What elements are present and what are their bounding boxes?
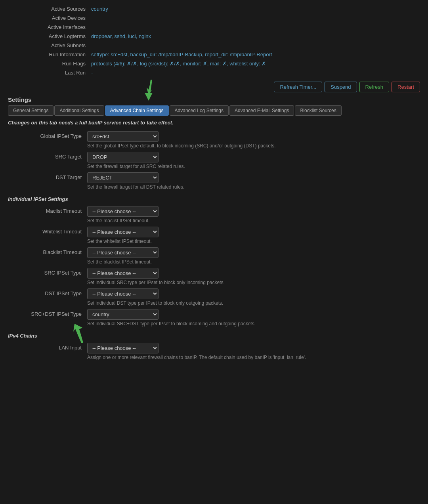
run-flags-row: Run Flags protocols (4/6): ✗/✗, log (src… (9, 59, 419, 68)
blacklist-timeout-select[interactable]: -- Please choose -- (87, 247, 159, 258)
src-ipset-type-select[interactable]: -- Please choose -- (87, 268, 159, 279)
srcdst-ipset-type-row: SRC+DST IPSet Type country Set individua… (8, 309, 420, 326)
active-interfaces-value (89, 23, 419, 31)
settings-title: Settings (8, 96, 420, 103)
global-ipset-type-row: Global IPSet Type src+dst src dst Set th… (8, 131, 420, 149)
whitelist-timeout-select[interactable]: -- Please choose -- (87, 227, 159, 237)
src-ipset-type-label: SRC IPSet Type (8, 268, 87, 276)
dst-ipset-type-select[interactable]: -- Please choose -- (87, 288, 159, 299)
run-information-row: Run Information settype: src+dst, backup… (9, 50, 419, 59)
tab-advanced-log-settings[interactable]: Advanced Log Settings (170, 105, 229, 116)
suspend-button[interactable]: Suspend (325, 82, 357, 92)
maclist-timeout-select[interactable]: -- Please choose -- (87, 206, 159, 217)
whitelist-timeout-row: Whitelist Timeout -- Please choose -- Se… (8, 227, 420, 244)
global-ipset-type-select[interactable]: src+dst src dst (87, 131, 159, 142)
blacklist-timeout-label: Blacklist Timeout (8, 247, 87, 255)
maclist-timeout-content: -- Please choose -- Set the maclist IPSe… (87, 206, 420, 223)
src-ipset-type-content: -- Please choose -- Set individual SRC t… (87, 268, 420, 285)
run-information-value: settype: src+dst, backup_dir: /tmp/banIP… (89, 50, 419, 59)
whitelist-timeout-content: -- Please choose -- Set the whitelist IP… (87, 227, 420, 244)
dst-ipset-type-label: DST IPSet Type (8, 288, 87, 296)
action-buttons-row: Refresh Timer... Suspend Refresh Restart (8, 82, 420, 92)
active-sources-value: country (89, 5, 419, 13)
active-devices-value (89, 14, 419, 22)
last-run-value: - (89, 69, 419, 77)
blacklist-timeout-content: -- Please choose -- Set the blacklist IP… (87, 247, 420, 265)
settings-tabs: General Settings Additional Settings Adv… (8, 105, 420, 116)
active-devices-row: Active Devices (9, 14, 419, 22)
src-target-row: SRC Target DROP REJECT ACCEPT Set the fi… (8, 152, 420, 169)
tab-general-settings[interactable]: General Settings (8, 105, 54, 116)
lan-input-content: -- Please choose -- Assign one or more r… (87, 343, 420, 360)
srcdst-ipset-type-select[interactable]: country (87, 309, 159, 320)
ipv4-chains-heading: IPv4 Chains (8, 333, 420, 339)
srcdst-ipset-type-desc: Set individual SRC+DST type per IPset to… (87, 321, 420, 326)
active-logterms-value: dropbear, sshd, luci, nginx (89, 32, 419, 40)
tab-blocklist-sources[interactable]: Blocklist Sources (295, 105, 341, 116)
active-subnets-label: Active Subnets (9, 41, 88, 50)
src-target-content: DROP REJECT ACCEPT Set the firewall targ… (87, 152, 420, 169)
srcdst-ipset-type-content: country Set individual SRC+DST type per … (87, 309, 420, 326)
global-ipset-type-label: Global IPSet Type (8, 131, 87, 139)
restart-button[interactable]: Restart (392, 82, 420, 92)
warning-text: Changes on this tab needs a full banIP s… (8, 120, 420, 126)
maclist-timeout-row: Maclist Timeout -- Please choose -- Set … (8, 206, 420, 223)
tab-additional-settings[interactable]: Additional Settings (54, 105, 104, 116)
dst-target-content: REJECT DROP ACCEPT Set the firewall targ… (87, 172, 420, 190)
active-interfaces-label: Active Interfaces (9, 23, 88, 31)
run-flags-label: Run Flags (9, 59, 88, 68)
maclist-timeout-label: Maclist Timeout (8, 206, 87, 214)
dst-ipset-type-row: DST IPSet Type -- Please choose -- Set i… (8, 288, 420, 306)
blacklist-timeout-row: Blacklist Timeout -- Please choose -- Se… (8, 247, 420, 265)
src-target-select[interactable]: DROP REJECT ACCEPT (87, 152, 159, 162)
whitelist-timeout-label: Whitelist Timeout (8, 227, 87, 235)
run-flags-value: protocols (4/6): ✗/✗, log (src/dst): ✗/✗… (89, 59, 419, 68)
src-ipset-type-row: SRC IPSet Type -- Please choose -- Set i… (8, 268, 420, 285)
src-target-label: SRC Target (8, 152, 87, 160)
info-table: Active Sources country Active Devices Ac… (8, 4, 420, 78)
whitelist-timeout-desc: Set the whitelist IPSet timeout. (87, 239, 420, 244)
active-logterms-row: Active Logterms dropbear, sshd, luci, ng… (9, 32, 419, 40)
active-sources-label: Active Sources (9, 5, 88, 13)
dst-target-select[interactable]: REJECT DROP ACCEPT (87, 172, 159, 183)
src-target-desc: Set the firewall target for all SRC rela… (87, 164, 420, 169)
global-ipset-type-desc: Set the global IPset type default, to bl… (87, 143, 420, 149)
global-ipset-type-content: src+dst src dst Set the global IPset typ… (87, 131, 420, 149)
src-ipset-type-desc: Set individual SRC type per IPset to blo… (87, 280, 420, 285)
tab-advanced-chain-settings[interactable]: Advanced Chain Settings (105, 105, 169, 116)
dst-target-row: DST Target REJECT DROP ACCEPT Set the fi… (8, 172, 420, 190)
lan-input-label: LAN Input (8, 343, 87, 351)
active-subnets-value (89, 41, 419, 50)
lan-input-desc: Assign one or more relevant firewall cha… (87, 355, 420, 360)
active-interfaces-row: Active Interfaces (9, 23, 419, 31)
active-devices-label: Active Devices (9, 14, 88, 22)
active-sources-row: Active Sources country (9, 5, 419, 13)
dst-ipset-type-content: -- Please choose -- Set individual DST t… (87, 288, 420, 306)
lan-input-select[interactable]: -- Please choose -- (87, 343, 159, 353)
refresh-button[interactable]: Refresh (359, 82, 390, 92)
blacklist-timeout-desc: Set the blacklist IPSet timeout. (87, 259, 420, 265)
dst-target-desc: Set the firewall target for all DST rela… (87, 184, 420, 190)
maclist-timeout-desc: Set the maclist IPSet timeout. (87, 218, 420, 223)
dst-ipset-type-desc: Set individual DST type per IPset to blo… (87, 300, 420, 306)
run-information-label: Run Information (9, 50, 88, 59)
last-run-label: Last Run (9, 69, 88, 77)
active-logterms-label: Active Logterms (9, 32, 88, 40)
lan-input-row: LAN Input -- Please choose -- Assign one… (8, 343, 420, 360)
last-run-row: Last Run - (9, 69, 419, 77)
settings-section: Global IPSet Type src+dst src dst Set th… (8, 131, 420, 360)
active-subnets-row: Active Subnets (9, 41, 419, 50)
srcdst-ipset-type-label: SRC+DST IPSet Type (8, 309, 87, 317)
dst-target-label: DST Target (8, 172, 87, 180)
refresh-timer-button[interactable]: Refresh Timer... (274, 82, 322, 92)
tab-advanced-email-settings[interactable]: Advanced E-Mail Settings (229, 105, 294, 116)
individual-ipset-heading: Individual IPSet Settings (8, 196, 420, 202)
